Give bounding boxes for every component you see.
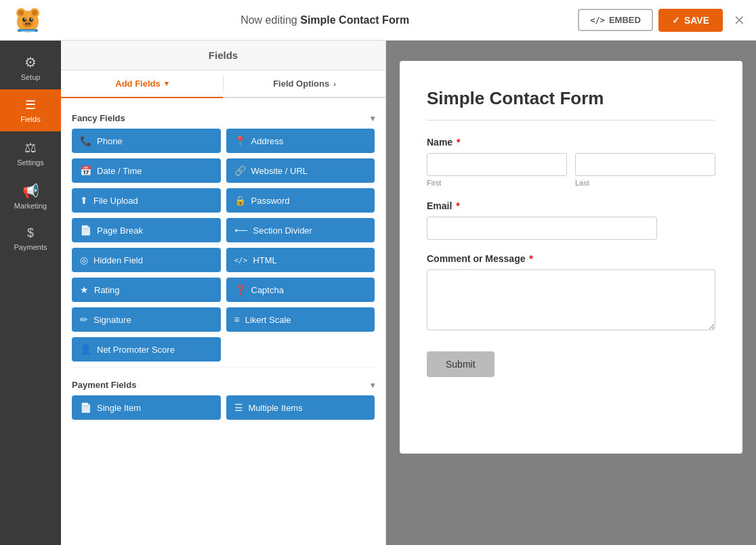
form-name-row: First Last: [427, 153, 715, 187]
field-btn-multiple-items[interactable]: ☰ Multiple Items: [226, 395, 375, 420]
required-star-email: *: [453, 200, 459, 211]
field-btn-page-break-label: Page Break: [97, 225, 143, 236]
field-btn-captcha-label: Captcha: [251, 285, 284, 295]
page-break-icon: 📄: [80, 225, 91, 236]
svg-rect-14: [20, 30, 35, 32]
phone-icon: 📞: [80, 135, 91, 146]
payments-icon: $: [27, 226, 34, 240]
field-btn-rating[interactable]: ★ Rating: [72, 278, 221, 302]
field-btn-date-time-label: Date / Time: [97, 166, 142, 176]
chevron-down-icon: ▾: [165, 79, 169, 88]
captcha-icon: ❓: [234, 284, 246, 295]
field-btn-phone[interactable]: 📞 Phone: [72, 129, 221, 153]
section-divider-icon: ⟵: [234, 225, 248, 236]
rating-icon: ★: [80, 284, 89, 295]
top-header: Now editing Simple Contact Form </> EMBE…: [0, 0, 756, 41]
field-btn-page-break[interactable]: 📄 Page Break: [72, 218, 221, 242]
fields-panel: Fields Add Fields ▾ Field Options › Fanc…: [61, 41, 386, 545]
payment-fields-section-header[interactable]: Payment Fields ▾: [72, 373, 375, 395]
section-divider: [72, 367, 375, 368]
field-btn-section-divider[interactable]: ⟵ Section Divider: [226, 218, 375, 242]
sidebar-item-settings[interactable]: ⚖ Settings: [0, 131, 61, 175]
logo-icon: [11, 3, 45, 37]
sidebar-item-payments[interactable]: $ Payments: [0, 218, 61, 259]
tab-add-fields-label: Add Fields: [115, 79, 160, 89]
field-btn-hidden-field[interactable]: ◎ Hidden Field: [72, 248, 221, 272]
form-label-email: Email *: [427, 200, 715, 211]
field-btn-signature-label: Signature: [93, 315, 131, 325]
single-item-icon: 📄: [80, 402, 91, 413]
main-layout: ⚙ Setup ☰ Fields ⚖ Settings 📢 Marketing …: [0, 41, 756, 545]
password-icon: 🔒: [234, 195, 246, 206]
form-card: Simple Contact Form Name * First Last: [400, 61, 742, 454]
submit-button[interactable]: Submit: [427, 351, 495, 377]
form-label-comment: Comment or Message *: [427, 253, 715, 264]
sidebar-label-fields: Fields: [20, 115, 40, 123]
multiple-items-icon: ☰: [234, 402, 243, 413]
name-first-input[interactable]: [427, 153, 567, 176]
required-star-name: *: [454, 137, 460, 148]
field-btn-rating-label: Rating: [94, 285, 120, 295]
hidden-field-icon: ◎: [80, 255, 88, 265]
field-btn-hidden-field-label: Hidden Field: [93, 255, 143, 265]
field-btn-likert-scale[interactable]: ≡ Likert Scale: [226, 307, 375, 332]
embed-button[interactable]: </> EMBED: [578, 9, 653, 31]
field-btn-single-item-label: Single Item: [97, 403, 141, 413]
header-actions: </> EMBED ✓ SAVE ✕: [578, 9, 745, 32]
fields-tabs: Add Fields ▾ Field Options ›: [61, 70, 385, 98]
net-promoter-score-icon: 👤: [80, 344, 91, 355]
tab-field-options[interactable]: Field Options ›: [224, 70, 385, 97]
form-preview: Simple Contact Form Name * First Last: [386, 41, 756, 545]
website-url-icon: 🔗: [234, 165, 246, 176]
chevron-right-icon: ›: [333, 80, 336, 88]
logo-area: [11, 3, 72, 37]
field-btn-password[interactable]: 🔒 Password: [226, 188, 375, 213]
comment-textarea[interactable]: [427, 269, 715, 330]
sidebar-label-settings: Settings: [17, 158, 44, 167]
email-input[interactable]: [427, 217, 657, 240]
field-btn-website-url[interactable]: 🔗 Website / URL: [226, 158, 375, 183]
svg-point-9: [31, 18, 33, 20]
checkmark-icon: ✓: [672, 15, 680, 26]
svg-point-8: [24, 18, 26, 20]
embed-code-icon: </>: [590, 16, 605, 25]
fancy-fields-section-header[interactable]: Fancy Fields ▾: [72, 106, 375, 129]
sidebar-label-setup: Setup: [21, 73, 41, 81]
field-btn-html[interactable]: </> HTML: [226, 248, 375, 272]
marketing-icon: 📢: [22, 183, 39, 199]
fancy-fields-label: Fancy Fields: [72, 113, 125, 123]
sidebar-label-payments: Payments: [14, 243, 47, 251]
field-btn-website-url-label: Website / URL: [251, 166, 308, 176]
close-button[interactable]: ✕: [734, 12, 745, 28]
tab-add-fields[interactable]: Add Fields ▾: [61, 70, 223, 98]
field-btn-signature[interactable]: ✏ Signature: [72, 307, 221, 332]
field-btn-address[interactable]: 📍 Address: [226, 129, 375, 153]
sidebar-item-setup[interactable]: ⚙ Setup: [0, 46, 61, 89]
name-first-sublabel: First: [427, 179, 567, 187]
sidebar-item-fields[interactable]: ☰ Fields: [0, 89, 61, 131]
form-title: Simple Contact Form: [427, 88, 715, 121]
svg-point-10: [24, 22, 31, 26]
fields-icon: ☰: [25, 97, 36, 112]
field-btn-phone-label: Phone: [97, 136, 123, 146]
fields-panel-title: Fields: [209, 49, 238, 61]
field-btn-net-promoter-score[interactable]: 👤 Net Promoter Score: [72, 337, 221, 362]
sidebar-item-marketing[interactable]: 📢 Marketing: [0, 175, 61, 218]
field-btn-captcha[interactable]: ❓ Captcha: [226, 278, 375, 302]
field-btn-date-time[interactable]: 📅 Date / Time: [72, 158, 221, 183]
save-button[interactable]: ✓ SAVE: [658, 9, 723, 32]
field-btn-section-divider-label: Section Divider: [253, 225, 312, 236]
signature-icon: ✏: [80, 314, 88, 325]
field-btn-file-upload-label: File Upload: [93, 196, 138, 206]
form-label-name: Name *: [427, 137, 715, 148]
field-btn-file-upload[interactable]: ⬆ File Upload: [72, 188, 221, 213]
fancy-fields-chevron: ▾: [371, 114, 375, 123]
field-btn-single-item[interactable]: 📄 Single Item: [72, 395, 221, 420]
form-field-comment: Comment or Message *: [427, 253, 715, 332]
payment-fields-label: Payment Fields: [72, 380, 136, 390]
name-last-input[interactable]: [575, 153, 715, 176]
sidebar: ⚙ Setup ☰ Fields ⚖ Settings 📢 Marketing …: [0, 41, 61, 545]
likert-scale-icon: ≡: [234, 314, 240, 325]
header-title: Now editing Simple Contact Form: [72, 14, 578, 26]
field-btn-html-label: HTML: [253, 255, 276, 265]
